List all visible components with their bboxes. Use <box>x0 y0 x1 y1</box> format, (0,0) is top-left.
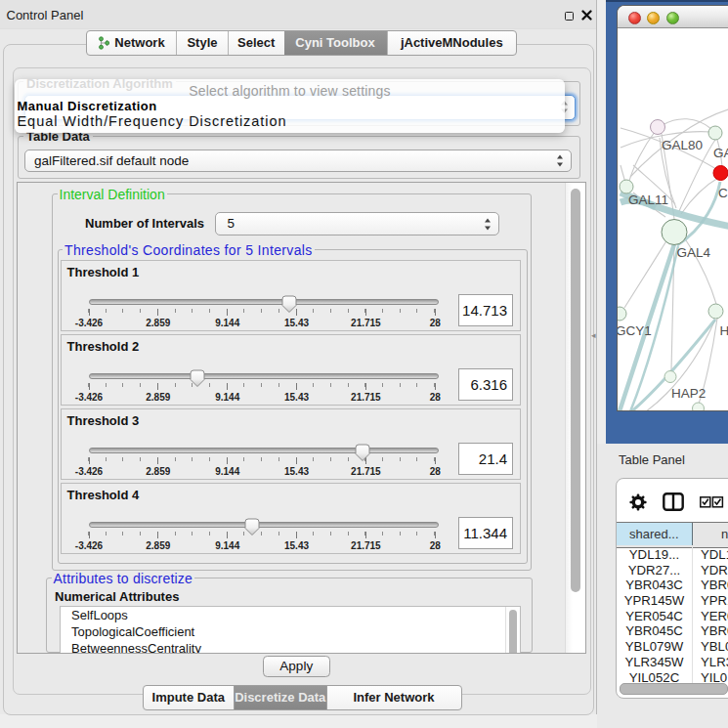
svg-text:GCY1: GCY1 <box>618 323 652 338</box>
svg-text:HAP2: HAP2 <box>671 386 706 401</box>
svg-text:GAL80: GAL80 <box>662 138 703 152</box>
svg-text:GAL11: GAL11 <box>628 193 668 207</box>
svg-text:GA: GA <box>713 146 728 160</box>
svg-text:C: C <box>718 186 728 200</box>
svg-text:GAL4: GAL4 <box>677 245 711 260</box>
svg-text:H: H <box>720 323 728 338</box>
